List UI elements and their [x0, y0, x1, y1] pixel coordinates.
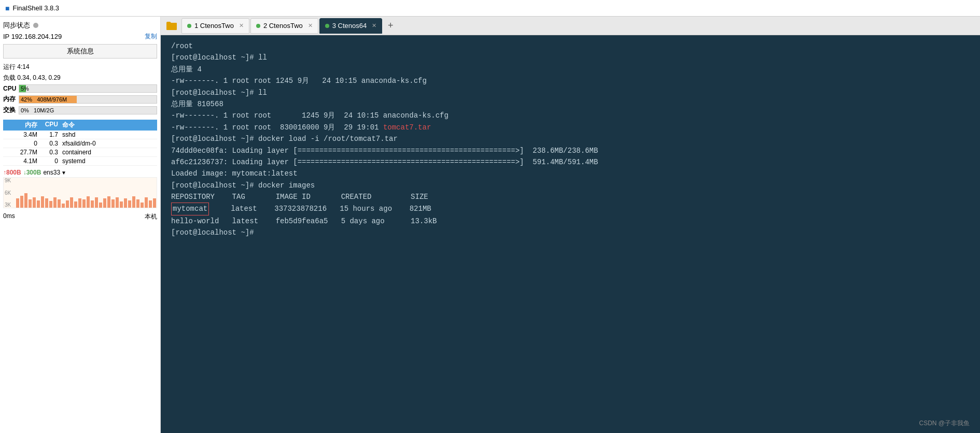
main-layout: 同步状态 IP 192.168.204.129 复制 系统信息 运行 4:14 … [0, 17, 980, 433]
proc-name: containerd [60, 149, 157, 156]
mem-row: 内存 42% 408M/976M [3, 95, 157, 104]
app-title: FinalShell 3.8.3 [12, 4, 59, 12]
svg-rect-16 [82, 199, 86, 208]
tab-1-label: 1 CtenosTwo [194, 22, 234, 30]
uptime-row: 运行 4:14 [3, 63, 157, 71]
tab-1-dot [187, 24, 191, 28]
term-line: [root@localhost ~]# docker images [171, 180, 970, 191]
process-list: 3.4M 1.7 sshd 0 0.3 xfsaild/dm-0 27.7M 0… [3, 131, 157, 166]
svg-rect-6 [41, 196, 44, 208]
term-line: [root@localhost ~]# ll [171, 52, 970, 63]
svg-rect-31 [145, 197, 148, 208]
svg-rect-22 [107, 196, 110, 208]
svg-rect-33 [153, 198, 156, 208]
term-line: 74ddd0ec08fa: Loading layer [===========… [171, 145, 970, 156]
tab-1-close[interactable]: ✕ [239, 22, 244, 29]
proc-cpu: 1.7 [39, 131, 60, 138]
mytomcat-box: mytomcat [171, 203, 209, 215]
svg-rect-10 [58, 199, 61, 208]
svg-rect-9 [53, 197, 57, 208]
term-line: af6c21236737: Loading layer [===========… [171, 156, 970, 168]
svg-rect-2 [24, 193, 27, 208]
term-table-header: REPOSITORY TAG IMAGE ID CREATED SIZE [171, 191, 970, 203]
term-prompt-final: [root@localhost ~]# [171, 227, 970, 238]
ping-value: 0ms [3, 212, 15, 221]
svg-rect-7 [45, 198, 48, 208]
svg-rect-19 [95, 197, 98, 208]
ping-location: 本机 [145, 212, 157, 221]
copy-button[interactable]: 复制 [145, 32, 157, 41]
cpu-progress: 5% [19, 84, 157, 93]
svg-rect-29 [136, 199, 139, 208]
tomcat-filename: tomcat7.tar [383, 123, 431, 132]
term-line: -rw-------. 1 root root 830016000 9月 29 … [171, 122, 970, 133]
col-name-label: 命令 [60, 121, 157, 129]
sync-dot [33, 23, 38, 28]
swap-value: 0% 10M/2G [19, 107, 54, 113]
proc-mem: 4.1M [3, 157, 39, 165]
net-chart: 9K 6K 3K [3, 177, 157, 208]
proc-name: xfsaild/dm-0 [60, 140, 157, 147]
proc-cpu: 0.3 [39, 149, 60, 156]
terminal[interactable]: /root [root@localhost ~]# ll 总用量 4 -rw--… [161, 35, 980, 433]
term-table-row-hello: hello-world latest feb5d9fea6a5 5 days a… [171, 215, 970, 227]
ip-label: IP 192.168.204.129 [3, 33, 62, 40]
proc-mem: 3.4M [3, 131, 39, 138]
svg-rect-4 [33, 197, 36, 208]
svg-rect-11 [62, 204, 65, 208]
svg-rect-14 [74, 201, 77, 208]
load-row: 负载 0.34, 0.43, 0.29 [3, 74, 157, 82]
svg-rect-1 [20, 196, 23, 208]
network-section: ↑800B ↓300B ens33 ▼ 9K 6K 3K [3, 169, 157, 208]
net-chart-svg [16, 178, 157, 208]
term-line: -rw-------. 1 root root 1245 9月 24 10:15… [171, 110, 970, 121]
svg-rect-13 [70, 197, 73, 208]
net-down: ↓300B [23, 169, 41, 176]
svg-rect-12 [66, 200, 69, 208]
sys-info-button[interactable]: 系统信息 [3, 44, 157, 59]
svg-rect-5 [37, 200, 40, 208]
svg-rect-28 [132, 196, 135, 208]
folder-icon[interactable] [163, 18, 180, 34]
tab-3[interactable]: 3 Ctenos64 ✕ [319, 18, 383, 34]
mem-value: 42% 408M/976M [19, 96, 67, 103]
swap-row: 交换 0% 10M/2G [3, 106, 157, 114]
term-line: /root [171, 40, 970, 52]
svg-rect-26 [124, 198, 127, 208]
proc-name: sshd [60, 131, 157, 138]
net-header: ↑800B ↓300B ens33 ▼ [3, 169, 157, 176]
svg-rect-3 [29, 199, 32, 208]
list-item: 3.4M 1.7 sshd [3, 131, 157, 139]
tab-2-label: 2 CtenosTwo [263, 22, 303, 30]
watermark: CSDN @子非我鱼 [919, 419, 970, 428]
tab-2-close[interactable]: ✕ [308, 22, 313, 29]
svg-rect-17 [87, 196, 90, 208]
cpu-label: CPU [3, 85, 19, 92]
cpu-row: CPU 5% [3, 84, 157, 93]
svg-rect-25 [120, 201, 123, 208]
term-line: 总用量 4 [171, 64, 970, 75]
term-line: [root@localhost ~]# docker load -i /root… [171, 133, 970, 145]
col-mem-label: 内存 [3, 121, 39, 129]
svg-rect-20 [99, 203, 102, 208]
add-tab-button[interactable]: + [383, 19, 398, 33]
svg-rect-24 [116, 197, 119, 208]
tab-1[interactable]: 1 CtenosTwo ✕ [181, 18, 249, 34]
proc-cpu: 0.3 [39, 140, 60, 147]
term-line: [root@localhost ~]# ll [171, 87, 970, 98]
tab-2-dot [256, 24, 260, 28]
ip-row: IP 192.168.204.129 复制 [3, 32, 157, 41]
right-panel: 1 CtenosTwo ✕ 2 CtenosTwo ✕ 3 Ctenos64 ✕… [161, 17, 980, 433]
proc-name: systemd [60, 157, 157, 165]
net-label-3k: 3K [5, 202, 11, 208]
term-table-row-mytomcat: mytomcat latest 337323878216 15 hours ag… [171, 203, 970, 215]
net-iface: ens33 [43, 169, 60, 176]
proc-mem: 0 [3, 140, 39, 147]
net-label-6k: 6K [5, 190, 11, 196]
tab-2[interactable]: 2 CtenosTwo ✕ [250, 18, 318, 34]
svg-rect-23 [111, 199, 115, 208]
net-chart-labels: 9K 6K 3K [4, 178, 12, 208]
tab-3-close[interactable]: ✕ [372, 22, 376, 29]
sync-label: 同步状态 [3, 21, 30, 30]
mem-label: 内存 [3, 95, 19, 104]
